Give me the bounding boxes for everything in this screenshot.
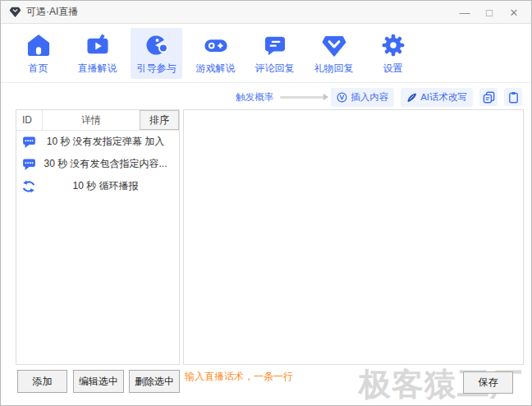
- table-row[interactable]: 10 秒 循环播报: [16, 175, 179, 197]
- nav-item-home[interactable]: 首页: [12, 28, 64, 79]
- nav-label: 礼物回复: [314, 62, 354, 76]
- nav-item-comment-reply[interactable]: 评论回复: [249, 28, 300, 79]
- rule-text: 10 秒 没有发指定弹幕 加入: [38, 135, 173, 149]
- insert-content-button[interactable]: 插入内容: [331, 88, 394, 107]
- table-row[interactable]: 30 秒 没有发包含指定内容...: [16, 153, 179, 175]
- ai-rewrite-button[interactable]: AI话术改写: [401, 88, 473, 107]
- table-header: ID 详情 排序: [16, 110, 179, 131]
- gear-icon: [379, 31, 407, 59]
- nav-item-gift-reply[interactable]: 礼物回复: [308, 28, 360, 79]
- live-tv-icon: [84, 31, 112, 59]
- rule-text: 30 秒 没有发包含指定内容...: [38, 157, 173, 171]
- gamepad-icon: [202, 31, 230, 59]
- rules-panel: ID 详情 排序 10 秒 没有发指定弹幕 加入 30 秒 没有发包含指定内容.…: [16, 109, 180, 365]
- header-detail: 详情: [43, 110, 140, 130]
- main-nav: 首页 直播解说 引导参与 游戏解说 评论回复: [1, 25, 531, 83]
- save-button[interactable]: 保存: [463, 371, 513, 394]
- nav-item-live-commentary[interactable]: 直播解说: [71, 28, 123, 79]
- nav-label: 评论回复: [255, 62, 295, 76]
- trigger-probability-label: 触发概率: [236, 91, 273, 104]
- nav-label: 设置: [383, 62, 403, 76]
- nav-item-settings[interactable]: 设置: [367, 28, 419, 79]
- ai-pen-icon: [406, 92, 417, 103]
- ai-rewrite-label: AI话术改写: [420, 91, 467, 104]
- script-input-hint: 输入直播话术，一条一行: [185, 370, 293, 384]
- paste-button[interactable]: [504, 88, 522, 106]
- table-row[interactable]: 10 秒 没有发指定弹幕 加入: [16, 131, 179, 153]
- insert-content-label: 插入内容: [351, 91, 388, 104]
- loop-icon: [22, 179, 38, 193]
- window-controls: — □ ✕: [452, 1, 526, 24]
- close-button[interactable]: ✕: [502, 1, 526, 24]
- trigger-probability-slider[interactable]: [280, 96, 324, 99]
- maximize-button[interactable]: □: [477, 1, 502, 24]
- nav-item-guide-participation[interactable]: 引导参与: [131, 28, 182, 79]
- app-title: 可遇·AI直播: [26, 5, 78, 19]
- edit-selected-button[interactable]: 编辑选中: [73, 370, 124, 393]
- clipboard-icon: [507, 91, 520, 104]
- copy-button[interactable]: [479, 88, 498, 106]
- app-window: 可遇·AI直播 — □ ✕ 首页 直播解说 引导参与: [0, 0, 532, 406]
- nav-item-game-commentary[interactable]: 游戏解说: [190, 28, 241, 79]
- header-id: ID: [16, 110, 43, 130]
- delete-selected-button[interactable]: 删除选中: [129, 370, 180, 393]
- copy-icon: [483, 91, 495, 104]
- gift-gem-icon: [320, 31, 348, 59]
- nav-label: 引导参与: [137, 62, 177, 76]
- gem-logo-icon: [9, 6, 21, 18]
- sort-button[interactable]: 排序: [140, 110, 179, 130]
- add-button[interactable]: 添加: [17, 370, 67, 393]
- nav-label: 游戏解说: [196, 62, 236, 76]
- nav-label: 直播解说: [78, 62, 117, 76]
- script-toolbar: 触发概率 插入内容 AI话术改写: [236, 87, 522, 107]
- home-icon: [25, 31, 53, 59]
- minimize-button[interactable]: —: [452, 1, 477, 24]
- rule-text: 10 秒 循环播报: [38, 179, 173, 193]
- danmaku-bubble-icon: [22, 157, 38, 171]
- slider-arrow-icon: [323, 94, 328, 100]
- comment-icon: [261, 31, 289, 59]
- circled-v-icon: [337, 92, 347, 103]
- script-input[interactable]: [183, 109, 524, 365]
- title-bar: 可遇·AI直播 — □ ✕: [1, 1, 531, 24]
- nav-label: 首页: [29, 62, 48, 76]
- danmaku-bubble-icon: [22, 135, 38, 149]
- pacman-icon: [143, 31, 171, 59]
